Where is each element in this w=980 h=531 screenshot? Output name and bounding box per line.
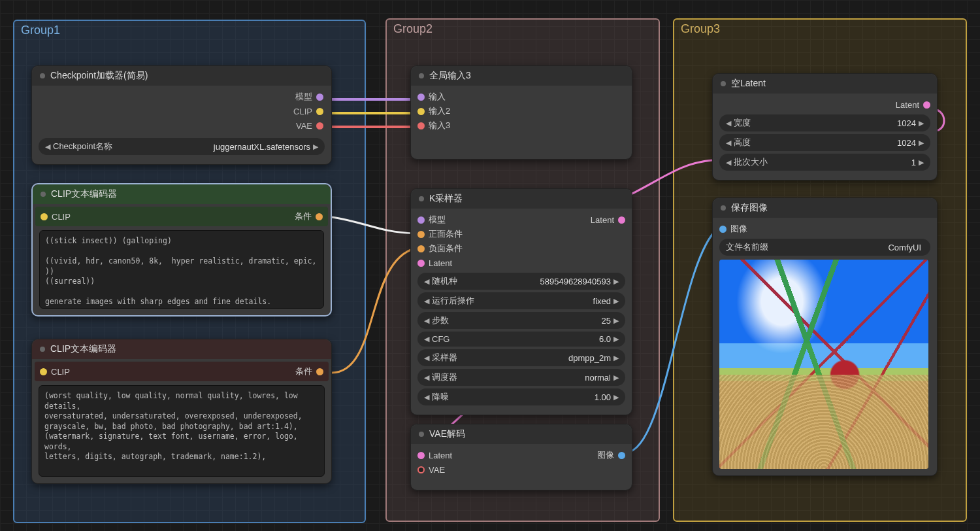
prev-arrow-icon[interactable]: ◀ xyxy=(424,317,429,325)
node-header[interactable]: Checkpoint加载器(简易) xyxy=(32,66,331,86)
filename-prefix-widget[interactable]: 文件名前缀 ComfyUI xyxy=(719,239,930,256)
node-header[interactable]: CLIP文本编码器 xyxy=(32,339,331,359)
collapse-icon[interactable] xyxy=(40,73,45,78)
scheduler-widget[interactable]: ◀调度器normal▶ xyxy=(417,369,625,386)
input-model-port[interactable] xyxy=(417,216,425,224)
prev-arrow-icon[interactable]: ◀ xyxy=(726,119,731,128)
prev-arrow-icon[interactable]: ◀ xyxy=(424,354,429,362)
node-clip-negative[interactable]: CLIP文本编码器 CLIP 条件 (worst quality, low qu… xyxy=(31,339,332,484)
output-latent-port[interactable] xyxy=(923,101,930,109)
next-arrow-icon[interactable]: ▶ xyxy=(919,139,924,147)
node-global-inputs[interactable]: 全局输入3 输入 输入2 输入3 xyxy=(410,65,632,160)
node-header[interactable]: 全局输入3 xyxy=(411,66,632,86)
collapse-icon[interactable] xyxy=(721,81,726,86)
input-latent-label: Latent xyxy=(429,258,452,268)
input-clip-port[interactable] xyxy=(41,213,48,220)
collapse-icon[interactable] xyxy=(40,347,45,352)
input1-port[interactable] xyxy=(417,94,425,101)
prev-arrow-icon[interactable]: ◀ xyxy=(424,335,429,343)
next-arrow-icon[interactable]: ▶ xyxy=(613,335,619,343)
input3-label: 输入3 xyxy=(429,120,450,131)
collapse-icon[interactable] xyxy=(419,432,424,437)
prev-arrow-icon[interactable]: ◀ xyxy=(424,373,429,382)
next-arrow-icon[interactable]: ▶ xyxy=(613,317,619,325)
node-checkpoint-loader[interactable]: Checkpoint加载器(简易) 模型 CLIP VAE ◀ Checkpoi… xyxy=(31,65,332,165)
cfg-widget[interactable]: ◀CFG6.0▶ xyxy=(417,332,625,347)
sampler-widget[interactable]: ◀采样器dpmpp_2m▶ xyxy=(417,349,625,366)
output-latent-label: Latent xyxy=(896,100,919,110)
output-latent-label: Latent xyxy=(591,215,614,225)
node-ksampler[interactable]: K采样器 模型 正面条件 负面条件 Latent Latent ◀随机种5895… xyxy=(410,188,632,415)
prev-arrow-icon[interactable]: ◀ xyxy=(424,297,429,305)
denoise-widget[interactable]: ◀降噪1.00▶ xyxy=(417,388,625,405)
node-save-image[interactable]: 保存图像 图像 文件名前缀 ComfyUI xyxy=(712,197,938,476)
output-vae-label: VAE xyxy=(296,121,312,131)
control-after-widget[interactable]: ◀运行后操作fixed▶ xyxy=(417,292,625,309)
node-title: CLIP文本编码器 xyxy=(50,343,116,355)
output-model-label: 模型 xyxy=(295,91,312,103)
prev-arrow-icon[interactable]: ◀ xyxy=(45,143,50,151)
next-arrow-icon[interactable]: ▶ xyxy=(613,373,619,382)
node-title: VAE解码 xyxy=(429,428,465,440)
output-vae-port[interactable] xyxy=(316,122,323,129)
next-arrow-icon[interactable]: ▶ xyxy=(919,158,924,167)
input2-label: 输入2 xyxy=(429,105,450,117)
output-image-preview[interactable] xyxy=(719,260,928,469)
input-latent-port[interactable] xyxy=(417,260,425,267)
node-vae-decode[interactable]: VAE解码 Latent VAE 图像 xyxy=(410,424,632,490)
collapse-icon[interactable] xyxy=(419,73,424,78)
input3-port[interactable] xyxy=(417,122,425,129)
next-arrow-icon[interactable]: ▶ xyxy=(613,277,619,286)
output-clip-port[interactable] xyxy=(316,108,323,115)
node-header[interactable]: K采样器 xyxy=(411,189,632,209)
prompt-text-positive[interactable]: ((stick insect)) (galloping) ((vivid, hd… xyxy=(39,230,324,309)
node-title: K采样器 xyxy=(429,193,463,205)
output-cond-label: 条件 xyxy=(295,211,312,222)
prev-arrow-icon[interactable]: ◀ xyxy=(424,277,429,286)
output-image-port[interactable] xyxy=(618,452,625,459)
next-arrow-icon[interactable]: ▶ xyxy=(613,393,619,402)
prev-arrow-icon[interactable]: ◀ xyxy=(726,139,731,147)
prev-arrow-icon[interactable]: ◀ xyxy=(726,158,731,167)
input-latent-port[interactable] xyxy=(417,452,425,459)
input-vae-port[interactable] xyxy=(417,466,425,473)
input-image-port[interactable] xyxy=(719,226,727,233)
node-title: 保存图像 xyxy=(731,202,768,214)
output-model-port[interactable] xyxy=(316,94,323,101)
output-cond-port[interactable] xyxy=(316,368,323,375)
output-image-label: 图像 xyxy=(597,449,614,461)
input-clip-label: CLIP xyxy=(52,212,71,222)
prev-arrow-icon[interactable]: ◀ xyxy=(424,393,429,402)
node-empty-latent[interactable]: 空Latent Latent ◀宽度1024▶ ◀高度1024▶ ◀批次大小1▶ xyxy=(712,73,938,180)
next-arrow-icon[interactable]: ▶ xyxy=(613,297,619,305)
next-arrow-icon[interactable]: ▶ xyxy=(613,354,619,362)
checkpoint-name-widget[interactable]: ◀ Checkpoint名称 juggernautXL.safetensors … xyxy=(39,138,325,155)
input-latent-label: Latent xyxy=(429,451,452,460)
prompt-text-negative[interactable]: (worst quality, low quality, normal qual… xyxy=(39,385,325,477)
collapse-icon[interactable] xyxy=(721,205,726,211)
input-negative-port[interactable] xyxy=(417,245,425,252)
next-arrow-icon[interactable]: ▶ xyxy=(919,119,924,128)
node-header[interactable]: CLIP文本编码器 xyxy=(33,184,331,204)
steps-widget[interactable]: ◀步数25▶ xyxy=(417,312,625,329)
output-cond-label: 条件 xyxy=(295,366,312,377)
output-cond-port[interactable] xyxy=(316,213,323,220)
next-arrow-icon[interactable]: ▶ xyxy=(313,143,318,151)
input2-port[interactable] xyxy=(417,108,425,115)
collapse-icon[interactable] xyxy=(41,192,46,197)
node-header[interactable]: 保存图像 xyxy=(713,198,937,218)
height-widget[interactable]: ◀高度1024▶ xyxy=(719,134,930,151)
input1-label: 输入 xyxy=(429,91,446,103)
group-2-title: Group2 xyxy=(393,22,433,36)
node-clip-positive[interactable]: CLIP文本编码器 CLIP 条件 ((stick insect)) (gall… xyxy=(31,183,332,317)
collapse-icon[interactable] xyxy=(419,196,424,201)
output-latent-port[interactable] xyxy=(618,216,625,224)
width-widget[interactable]: ◀宽度1024▶ xyxy=(719,114,930,131)
node-header[interactable]: 空Latent xyxy=(713,74,937,94)
input-clip-port[interactable] xyxy=(40,368,47,375)
node-header[interactable]: VAE解码 xyxy=(411,424,632,444)
batch-widget[interactable]: ◀批次大小1▶ xyxy=(719,154,930,171)
seed-widget[interactable]: ◀随机种589549628940593▶ xyxy=(417,273,625,290)
node-title: 全局输入3 xyxy=(429,70,471,82)
input-positive-port[interactable] xyxy=(417,231,425,238)
